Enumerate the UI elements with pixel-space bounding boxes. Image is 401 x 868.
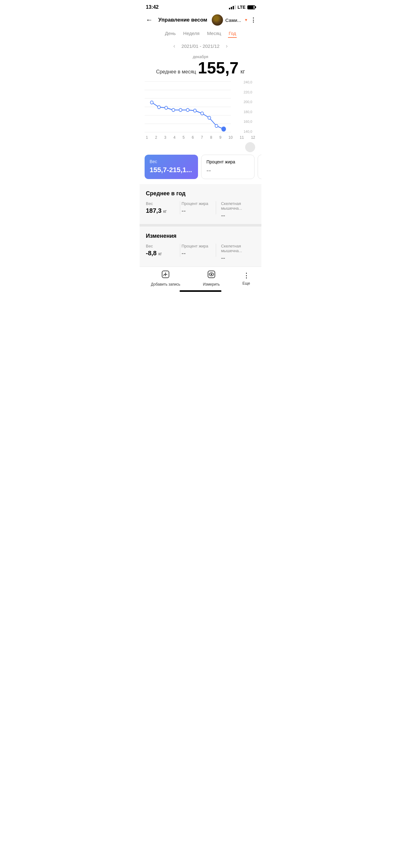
avatar[interactable]: [212, 14, 223, 26]
year-skeletal-col: Скелетная мышечна... --: [216, 201, 255, 219]
change-fat-label: Процент жира: [181, 244, 210, 248]
year-weight-value: 187,3 кг: [146, 207, 175, 214]
status-bar: 13:42 LTE: [140, 0, 261, 12]
skeletal-card[interactable]: Скелет --: [258, 155, 261, 179]
tab-day[interactable]: День: [164, 29, 176, 38]
battery-icon: [247, 5, 255, 9]
changes-section: Изменения Вес -8,8 кг Процент жира -- Ск…: [140, 226, 261, 267]
next-period-button[interactable]: ›: [226, 43, 228, 50]
year-fat-col: Процент жира --: [180, 201, 216, 214]
chart-svg: [144, 79, 242, 135]
svg-point-10: [172, 108, 175, 112]
prev-period-button[interactable]: ‹: [173, 43, 175, 50]
lte-label: LTE: [238, 5, 245, 10]
year-skeletal-value: --: [221, 212, 250, 219]
back-button[interactable]: ←: [144, 15, 154, 25]
add-record-button[interactable]: Добавить запись: [151, 270, 180, 286]
year-weight-label: Вес: [146, 201, 175, 206]
svg-point-17: [222, 127, 226, 131]
weight-card[interactable]: Вес 155,7-215,1...: [144, 155, 198, 179]
avg-label: Среднее в месяц: [156, 69, 196, 75]
change-skeletal-col: Скелетная мышечна... --: [216, 244, 255, 261]
change-fat-value: --: [181, 250, 210, 257]
svg-point-9: [165, 106, 167, 110]
change-skeletal-value: --: [221, 254, 250, 261]
tab-year[interactable]: Год: [228, 29, 237, 38]
signal-icon: [229, 5, 236, 9]
status-right: LTE: [229, 5, 255, 10]
user-name[interactable]: Сами...: [226, 18, 241, 23]
avg-unit: кг: [240, 68, 245, 75]
measure-button[interactable]: Измерить: [203, 270, 220, 286]
more-button[interactable]: ⋮ Еще: [242, 271, 250, 286]
x-axis: 12345 6789101112: [144, 135, 257, 140]
svg-point-12: [186, 108, 189, 112]
svg-point-15: [208, 116, 211, 119]
average-display: Среднее в месяц 155,7 кг: [144, 60, 257, 76]
header: ← Управление весом Сами... ▼ ⋮: [140, 12, 261, 27]
dropdown-arrow-icon[interactable]: ▼: [244, 18, 248, 22]
year-average-section: Среднее в год Вес 187,3 кг Процент жира …: [140, 184, 261, 224]
scroll-indicator: [140, 141, 261, 155]
period-tabs: День Неделя Месяц Год: [140, 27, 261, 39]
more-label: Еще: [242, 281, 250, 286]
metric-cards: Вес 155,7-215,1... Процент жира -- Скеле…: [140, 155, 261, 184]
home-indicator: [179, 290, 222, 292]
month-label: декабря: [144, 54, 257, 59]
svg-point-7: [150, 101, 153, 104]
weight-chart: 240,0 220,0 200,0 180,0 160,0 140,0 1234…: [144, 79, 257, 141]
bottom-bar: Добавить запись Измерить ⋮ Еще: [140, 267, 261, 288]
change-skeletal-label: Скелетная мышечна...: [221, 244, 250, 253]
changes-title: Изменения: [146, 233, 255, 239]
changes-stats: Вес -8,8 кг Процент жира -- Скелетная мы…: [146, 244, 255, 261]
weight-card-value: 155,7-215,1...: [149, 166, 193, 174]
change-weight-label: Вес: [146, 244, 175, 248]
avg-value: 155,7: [198, 60, 239, 76]
year-fat-label: Процент жира: [181, 201, 210, 206]
year-weight-col: Вес 187,3 кг: [146, 201, 180, 214]
svg-point-16: [215, 124, 218, 127]
divider: [140, 224, 261, 226]
svg-point-8: [157, 105, 160, 109]
svg-point-13: [194, 109, 196, 112]
scroll-dot: [245, 142, 255, 152]
svg-point-11: [179, 108, 182, 112]
time: 13:42: [146, 4, 159, 10]
year-skeletal-label: Скелетная мышечна...: [221, 201, 250, 211]
svg-point-14: [201, 112, 204, 115]
fat-card-label: Процент жира: [206, 159, 249, 164]
period-nav: ‹ 2021/01 - 2021/12 ›: [140, 39, 261, 53]
measure-icon: [207, 270, 216, 281]
svg-point-21: [210, 274, 212, 275]
change-weight-value: -8,8 кг: [146, 250, 175, 257]
weight-card-label: Вес: [149, 159, 193, 164]
year-fat-value: --: [181, 207, 210, 214]
fat-card-value: --: [206, 166, 249, 174]
more-icon: ⋮: [243, 271, 250, 280]
change-weight-col: Вес -8,8 кг: [146, 244, 180, 257]
fat-card[interactable]: Процент жира --: [201, 155, 255, 179]
change-fat-col: Процент жира --: [180, 244, 216, 257]
add-record-label: Добавить запись: [151, 282, 180, 286]
more-menu-button[interactable]: ⋮: [250, 17, 257, 24]
tab-month[interactable]: Месяц: [206, 29, 222, 38]
year-average-title: Среднее в год: [146, 190, 255, 197]
measure-label: Измерить: [203, 282, 220, 286]
page-title: Управление весом: [157, 17, 209, 23]
chart-header: декабря Среднее в месяц 155,7 кг: [140, 53, 261, 76]
add-record-icon: [161, 270, 170, 281]
tab-week[interactable]: Неделя: [183, 29, 200, 38]
period-label: 2021/01 - 2021/12: [181, 43, 220, 49]
year-average-stats: Вес 187,3 кг Процент жира -- Скелетная м…: [146, 201, 255, 219]
y-axis: 240,0 220,0 200,0 180,0 160,0 140,0: [242, 79, 257, 135]
